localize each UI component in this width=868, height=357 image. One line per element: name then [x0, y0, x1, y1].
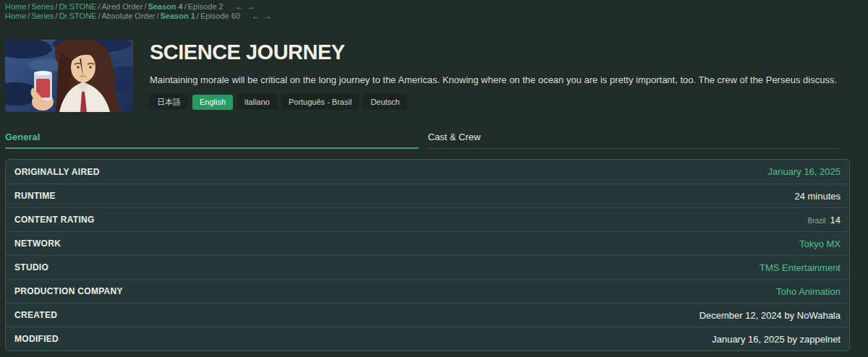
table-row-originally-aired: ORIGINALLY AIRED January 16, 2025 — [6, 160, 849, 184]
language-button-german[interactable]: Deutsch — [363, 95, 407, 110]
breadcrumb-series-link[interactable]: Series — [31, 12, 54, 20]
created-value: December 12, 2024 by NoWahala — [699, 310, 841, 321]
next-episode-arrow-icon[interactable]: → — [247, 1, 255, 12]
breadcrumb-order-label: Aired Order — [101, 2, 142, 11]
rating-value: 14 — [830, 215, 841, 225]
episode-nav-arrows: ←→ — [232, 2, 255, 11]
tab-bar: General Cast & Crew — [5, 132, 841, 149]
breadcrumb-home-link[interactable]: Home — [5, 2, 26, 11]
row-label: STUDIO — [14, 262, 48, 272]
content-rating-value: Brazil14 — [808, 215, 841, 225]
row-label: RUNTIME — [14, 191, 56, 201]
row-label: PRODUCTION COMPANY — [14, 286, 123, 296]
breadcrumb-season-link[interactable]: Season 4 — [148, 2, 182, 11]
breadcrumb-separator: / — [156, 12, 158, 20]
breadcrumb-show-link[interactable]: Dr.STONE — [59, 12, 97, 20]
breadcrumb-separator: / — [56, 12, 58, 20]
breadcrumb-aired-order: Home/Series/Dr.STONE/Aired Order/Season … — [5, 2, 868, 12]
breadcrumb-order-label: Absolute Order — [101, 12, 155, 20]
table-row-production-company: PRODUCTION COMPANY Toho Animation — [6, 279, 849, 303]
originally-aired-value-link[interactable]: January 16, 2025 — [768, 166, 841, 177]
episode-nav-arrows: ←→ — [249, 12, 272, 20]
table-row-network: NETWORK Tokyo MX — [6, 231, 849, 255]
language-button-japanese[interactable]: 日本語 — [150, 95, 188, 110]
episode-overview: Maintaining morale will be critical on t… — [150, 74, 866, 86]
episode-title: SCIENCE JOURNEY — [150, 40, 868, 64]
table-row-created: CREATED December 12, 2024 by NoWahala — [6, 303, 849, 327]
row-label: NETWORK — [14, 238, 61, 249]
row-label: MODIFIED — [14, 334, 59, 344]
episode-header: SCIENCE JOURNEY Maintaining morale will … — [5, 40, 868, 112]
episode-thumbnail[interactable] — [5, 40, 133, 112]
network-value-link[interactable]: Tokyo MX — [799, 238, 841, 249]
language-selector: 日本語 English italiano Português - Brasil … — [150, 95, 868, 110]
language-button-portuguese-brazil[interactable]: Português - Brasil — [281, 95, 359, 110]
breadcrumb-series-link[interactable]: Series — [31, 2, 54, 11]
runtime-value: 24 minutes — [794, 191, 841, 202]
table-row-content-rating: CONTENT RATING Brazil14 — [6, 207, 849, 231]
breadcrumb-separator: / — [144, 2, 146, 11]
rating-country-label: Brazil — [808, 217, 826, 225]
row-label: ORIGINALLY AIRED — [14, 167, 100, 177]
row-label: CREATED — [14, 310, 57, 320]
episode-info: SCIENCE JOURNEY Maintaining morale will … — [150, 40, 868, 112]
breadcrumb-separator: / — [98, 12, 100, 20]
language-button-italian[interactable]: italiano — [237, 95, 277, 110]
breadcrumb-separator: / — [27, 12, 30, 20]
breadcrumb-separator: / — [27, 2, 30, 11]
row-label: CONTENT RATING — [14, 215, 95, 225]
language-button-english[interactable]: English — [192, 95, 233, 110]
table-row-runtime: RUNTIME 24 minutes — [6, 184, 849, 207]
table-row-studio: STUDIO TMS Entertainment — [6, 255, 849, 279]
studio-value-link[interactable]: TMS Entertainment — [760, 262, 841, 273]
breadcrumb-season-link[interactable]: Season 1 — [161, 12, 195, 20]
breadcrumb-separator: / — [56, 2, 58, 11]
prev-episode-arrow-icon[interactable]: ← — [252, 11, 260, 21]
breadcrumb-show-link[interactable]: Dr.STONE — [59, 2, 97, 11]
breadcrumb-separator: / — [98, 2, 100, 11]
modified-value: January 16, 2025 by zappelnet — [712, 334, 841, 345]
breadcrumb-episode-label: Episode 2 — [188, 2, 224, 11]
episode-details-table: ORIGINALLY AIRED January 16, 2025 RUNTIM… — [5, 159, 850, 351]
tab-general[interactable]: General — [5, 132, 419, 149]
breadcrumb-absolute-order: Home/Series/Dr.STONE/Absolute Order/Seas… — [5, 12, 868, 21]
breadcrumb-separator: / — [197, 12, 199, 20]
breadcrumb-separator: / — [184, 2, 187, 11]
breadcrumb-home-link[interactable]: Home — [5, 12, 26, 20]
tab-cast-crew[interactable]: Cast & Crew — [428, 132, 842, 149]
breadcrumb-episode-label: Episode 60 — [200, 12, 240, 20]
table-row-modified: MODIFIED January 16, 2025 by zappelnet — [6, 327, 849, 350]
production-company-value-link[interactable]: Toho Animation — [776, 286, 841, 297]
prev-episode-arrow-icon[interactable]: ← — [235, 1, 244, 12]
breadcrumbs: Home/Series/Dr.STONE/Aired Order/Season … — [0, 0, 868, 21]
next-episode-arrow-icon[interactable]: → — [263, 11, 272, 21]
